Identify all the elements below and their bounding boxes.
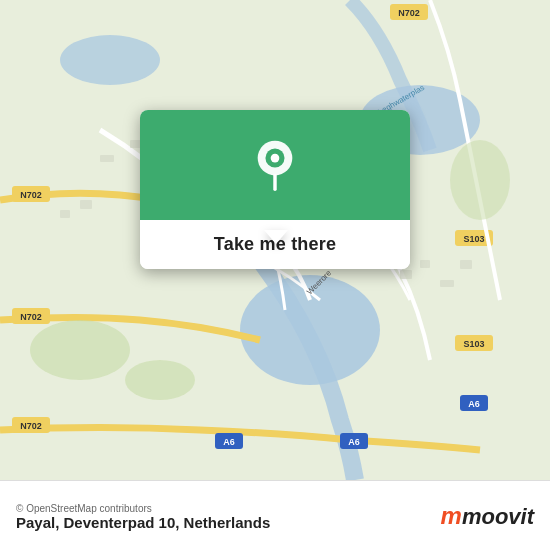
svg-text:N702: N702 (398, 8, 420, 18)
popup-card: Take me there (140, 110, 410, 269)
svg-text:S103: S103 (463, 339, 484, 349)
copyright-text: © OpenStreetMap contributors (16, 503, 270, 514)
svg-rect-31 (420, 260, 430, 268)
map-container: N702 N702 N702 N702 S103 S103 A6 A6 A6 (0, 0, 550, 480)
svg-rect-32 (440, 280, 454, 287)
map-pin-icon (249, 139, 301, 191)
svg-rect-28 (60, 210, 70, 218)
svg-rect-26 (100, 155, 114, 162)
svg-text:A6: A6 (468, 399, 480, 409)
svg-text:S103: S103 (463, 234, 484, 244)
svg-point-3 (60, 35, 160, 85)
location-name: Payal, Deventerpad 10, Netherlands (16, 514, 270, 531)
svg-point-36 (450, 140, 510, 220)
svg-text:N702: N702 (20, 421, 42, 431)
svg-rect-27 (80, 200, 92, 209)
svg-point-39 (271, 154, 280, 163)
bottom-left: © OpenStreetMap contributors Payal, Deve… (16, 501, 270, 531)
popup-pointer (264, 230, 288, 244)
svg-text:N702: N702 (20, 312, 42, 322)
moovit-text: mmoovit (441, 502, 534, 530)
svg-point-35 (125, 360, 195, 400)
svg-text:A6: A6 (348, 437, 360, 447)
take-me-there-button[interactable]: Take me there (140, 220, 410, 269)
popup-green-area (140, 110, 410, 220)
bottom-bar: © OpenStreetMap contributors Payal, Deve… (0, 480, 550, 550)
svg-rect-30 (400, 270, 412, 279)
svg-point-34 (30, 320, 130, 380)
svg-rect-33 (460, 260, 472, 269)
svg-text:N702: N702 (20, 190, 42, 200)
svg-text:A6: A6 (223, 437, 235, 447)
moovit-logo: mmoovit (441, 502, 534, 530)
